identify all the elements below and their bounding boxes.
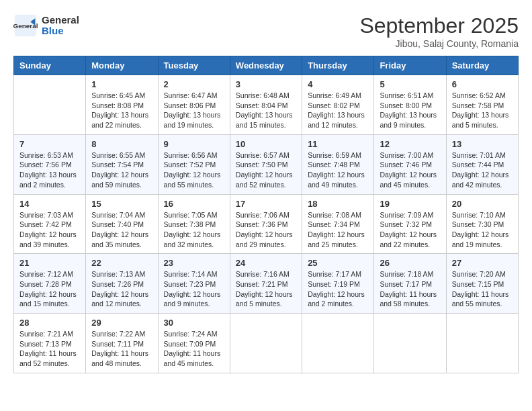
calendar-table: SundayMondayTuesdayWednesdayThursdayFrid… bbox=[13, 56, 519, 373]
day-info: Sunrise: 7:00 AMSunset: 7:46 PMDaylight:… bbox=[380, 150, 440, 190]
calendar-cell: 19Sunrise: 7:09 AMSunset: 7:32 PMDayligh… bbox=[374, 194, 446, 254]
calendar-week-5: 28Sunrise: 7:21 AMSunset: 7:13 PMDayligh… bbox=[14, 314, 519, 373]
calendar-week-4: 21Sunrise: 7:12 AMSunset: 7:28 PMDayligh… bbox=[14, 254, 519, 314]
day-info: Sunrise: 6:51 AMSunset: 8:00 PMDaylight:… bbox=[380, 91, 440, 130]
day-info: Sunrise: 7:21 AMSunset: 7:13 PMDaylight:… bbox=[19, 329, 80, 369]
calendar-week-1: 1Sunrise: 6:45 AMSunset: 8:08 PMDaylight… bbox=[14, 75, 519, 135]
day-header-friday: Friday bbox=[374, 56, 446, 75]
title-block: September 2025 Jibou, Salaj County, Roma… bbox=[359, 13, 519, 49]
day-number: 24 bbox=[236, 258, 296, 268]
month-title: September 2025 bbox=[359, 13, 519, 38]
day-info: Sunrise: 6:45 AMSunset: 8:08 PMDaylight:… bbox=[91, 91, 152, 130]
calendar-cell bbox=[230, 314, 302, 373]
day-info: Sunrise: 7:01 AMSunset: 7:44 PMDaylight:… bbox=[452, 150, 513, 190]
day-info: Sunrise: 7:10 AMSunset: 7:30 PMDaylight:… bbox=[452, 210, 513, 250]
calendar-cell bbox=[14, 75, 86, 135]
day-info: Sunrise: 6:55 AMSunset: 7:54 PMDaylight:… bbox=[91, 150, 152, 190]
day-number: 18 bbox=[308, 199, 368, 209]
day-info: Sunrise: 7:05 AMSunset: 7:38 PMDaylight:… bbox=[164, 210, 224, 250]
day-number: 15 bbox=[91, 199, 152, 209]
calendar-cell: 26Sunrise: 7:18 AMSunset: 7:17 PMDayligh… bbox=[374, 254, 446, 314]
day-number: 14 bbox=[19, 199, 80, 209]
calendar-cell: 16Sunrise: 7:05 AMSunset: 7:38 PMDayligh… bbox=[158, 194, 230, 254]
calendar-cell: 9Sunrise: 6:56 AMSunset: 7:52 PMDaylight… bbox=[158, 134, 230, 194]
logo-general-text: General bbox=[42, 15, 79, 26]
calendar-cell: 29Sunrise: 7:22 AMSunset: 7:11 PMDayligh… bbox=[86, 314, 158, 373]
calendar-cell: 20Sunrise: 7:10 AMSunset: 7:30 PMDayligh… bbox=[446, 194, 518, 254]
calendar-cell: 27Sunrise: 7:20 AMSunset: 7:15 PMDayligh… bbox=[446, 254, 518, 314]
day-info: Sunrise: 7:17 AMSunset: 7:19 PMDaylight:… bbox=[308, 269, 368, 309]
calendar-cell: 21Sunrise: 7:12 AMSunset: 7:28 PMDayligh… bbox=[14, 254, 86, 314]
day-info: Sunrise: 6:57 AMSunset: 7:50 PMDaylight:… bbox=[236, 150, 296, 190]
calendar-cell: 23Sunrise: 7:14 AMSunset: 7:23 PMDayligh… bbox=[158, 254, 230, 314]
day-number: 13 bbox=[452, 139, 513, 149]
calendar-cell: 12Sunrise: 7:00 AMSunset: 7:46 PMDayligh… bbox=[374, 134, 446, 194]
day-number: 9 bbox=[164, 139, 224, 149]
day-number: 4 bbox=[308, 79, 368, 89]
day-info: Sunrise: 6:56 AMSunset: 7:52 PMDaylight:… bbox=[164, 150, 224, 190]
calendar-cell: 15Sunrise: 7:04 AMSunset: 7:40 PMDayligh… bbox=[86, 194, 158, 254]
calendar-cell: 8Sunrise: 6:55 AMSunset: 7:54 PMDaylight… bbox=[86, 134, 158, 194]
calendar-cell: 22Sunrise: 7:13 AMSunset: 7:26 PMDayligh… bbox=[86, 254, 158, 314]
day-number: 8 bbox=[91, 139, 152, 149]
calendar-cell: 2Sunrise: 6:47 AMSunset: 8:06 PMDaylight… bbox=[158, 75, 230, 135]
calendar-cell: 17Sunrise: 7:06 AMSunset: 7:36 PMDayligh… bbox=[230, 194, 302, 254]
day-info: Sunrise: 7:16 AMSunset: 7:21 PMDaylight:… bbox=[236, 269, 296, 309]
day-info: Sunrise: 7:24 AMSunset: 7:09 PMDaylight:… bbox=[164, 329, 224, 369]
day-info: Sunrise: 6:48 AMSunset: 8:04 PMDaylight:… bbox=[236, 91, 296, 130]
day-info: Sunrise: 7:13 AMSunset: 7:26 PMDaylight:… bbox=[91, 269, 152, 309]
logo-icon: General bbox=[13, 13, 38, 38]
calendar-cell: 11Sunrise: 6:59 AMSunset: 7:48 PMDayligh… bbox=[302, 134, 374, 194]
day-info: Sunrise: 7:22 AMSunset: 7:11 PMDaylight:… bbox=[91, 329, 152, 369]
day-number: 1 bbox=[91, 79, 152, 89]
calendar-cell: 3Sunrise: 6:48 AMSunset: 8:04 PMDaylight… bbox=[230, 75, 302, 135]
day-header-saturday: Saturday bbox=[446, 56, 518, 75]
calendar-week-2: 7Sunrise: 6:53 AMSunset: 7:56 PMDaylight… bbox=[14, 134, 519, 194]
day-header-sunday: Sunday bbox=[14, 56, 86, 75]
blue-label: Blue bbox=[42, 25, 64, 36]
day-number: 28 bbox=[19, 318, 80, 328]
day-header-tuesday: Tuesday bbox=[158, 56, 230, 75]
day-number: 29 bbox=[91, 318, 152, 328]
day-number: 12 bbox=[380, 139, 440, 149]
calendar-cell: 14Sunrise: 7:03 AMSunset: 7:42 PMDayligh… bbox=[14, 194, 86, 254]
day-number: 11 bbox=[308, 139, 368, 149]
location-subtitle: Jibou, Salaj County, Romania bbox=[359, 38, 519, 49]
day-number: 22 bbox=[91, 258, 152, 268]
day-info: Sunrise: 6:49 AMSunset: 8:02 PMDaylight:… bbox=[308, 91, 368, 130]
day-number: 30 bbox=[164, 318, 224, 328]
calendar-cell: 24Sunrise: 7:16 AMSunset: 7:21 PMDayligh… bbox=[230, 254, 302, 314]
calendar-cell bbox=[374, 314, 446, 373]
day-header-monday: Monday bbox=[86, 56, 158, 75]
day-info: Sunrise: 7:03 AMSunset: 7:42 PMDaylight:… bbox=[19, 210, 80, 250]
general-label: General bbox=[42, 14, 79, 26]
calendar-cell: 1Sunrise: 6:45 AMSunset: 8:08 PMDaylight… bbox=[86, 75, 158, 135]
day-number: 20 bbox=[452, 199, 513, 209]
day-header-wednesday: Wednesday bbox=[230, 56, 302, 75]
day-number: 19 bbox=[380, 199, 440, 209]
day-info: Sunrise: 7:12 AMSunset: 7:28 PMDaylight:… bbox=[19, 269, 80, 309]
calendar-cell: 18Sunrise: 7:08 AMSunset: 7:34 PMDayligh… bbox=[302, 194, 374, 254]
day-number: 23 bbox=[164, 258, 224, 268]
day-number: 27 bbox=[452, 258, 513, 268]
day-number: 17 bbox=[236, 199, 296, 209]
logo-blue-text: Blue bbox=[42, 26, 79, 37]
day-info: Sunrise: 6:47 AMSunset: 8:06 PMDaylight:… bbox=[164, 91, 224, 130]
day-info: Sunrise: 7:06 AMSunset: 7:36 PMDaylight:… bbox=[236, 210, 296, 250]
calendar-cell: 10Sunrise: 6:57 AMSunset: 7:50 PMDayligh… bbox=[230, 134, 302, 194]
day-info: Sunrise: 6:52 AMSunset: 7:58 PMDaylight:… bbox=[452, 91, 513, 130]
day-info: Sunrise: 7:08 AMSunset: 7:34 PMDaylight:… bbox=[308, 210, 368, 250]
calendar-cell: 25Sunrise: 7:17 AMSunset: 7:19 PMDayligh… bbox=[302, 254, 374, 314]
day-number: 25 bbox=[308, 258, 368, 268]
calendar-header-row: SundayMondayTuesdayWednesdayThursdayFrid… bbox=[14, 56, 519, 75]
calendar-week-3: 14Sunrise: 7:03 AMSunset: 7:42 PMDayligh… bbox=[14, 194, 519, 254]
calendar-cell: 30Sunrise: 7:24 AMSunset: 7:09 PMDayligh… bbox=[158, 314, 230, 373]
day-info: Sunrise: 7:09 AMSunset: 7:32 PMDaylight:… bbox=[380, 210, 440, 250]
calendar-cell: 13Sunrise: 7:01 AMSunset: 7:44 PMDayligh… bbox=[446, 134, 518, 194]
day-number: 21 bbox=[19, 258, 80, 268]
day-number: 26 bbox=[380, 258, 440, 268]
day-info: Sunrise: 6:53 AMSunset: 7:56 PMDaylight:… bbox=[19, 150, 80, 190]
day-info: Sunrise: 6:59 AMSunset: 7:48 PMDaylight:… bbox=[308, 150, 368, 190]
calendar-cell: 5Sunrise: 6:51 AMSunset: 8:00 PMDaylight… bbox=[374, 75, 446, 135]
day-info: Sunrise: 7:20 AMSunset: 7:15 PMDaylight:… bbox=[452, 269, 513, 309]
